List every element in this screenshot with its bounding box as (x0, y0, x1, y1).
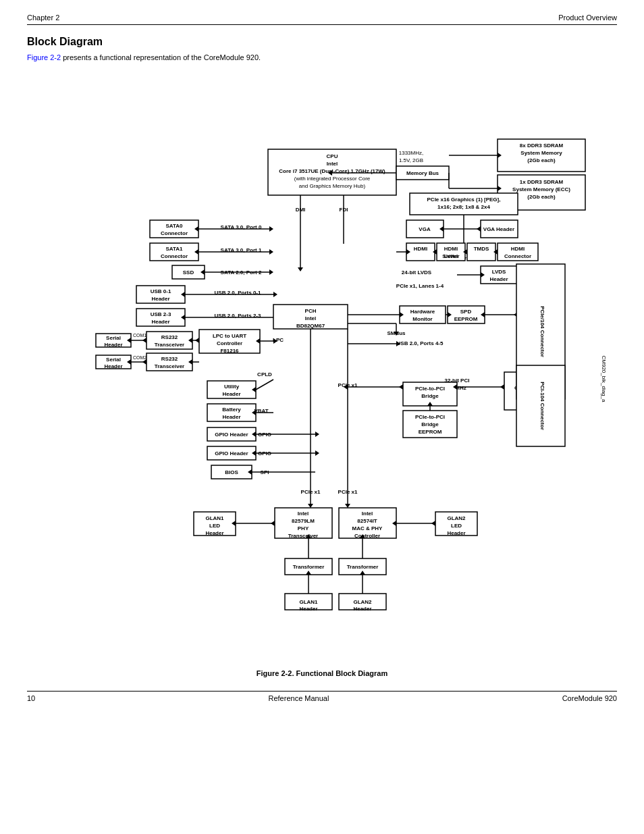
svg-text:Header: Header (299, 606, 317, 612)
svg-text:Header: Header (205, 530, 223, 536)
svg-text:1x DDR3 SDRAM: 1x DDR3 SDRAM (520, 179, 564, 185)
svg-text:SATA0: SATA0 (165, 223, 183, 229)
svg-text:TMDS: TMDS (474, 246, 489, 252)
svg-text:Monitor: Monitor (412, 316, 432, 322)
svg-text:24-bit LVDS: 24-bit LVDS (402, 269, 432, 276)
svg-text:1333MHz,: 1333MHz, (399, 150, 423, 156)
svg-text:USB 0-1: USB 0-1 (151, 288, 171, 294)
svg-text:HDMI: HDMI (511, 246, 525, 252)
svg-text:1.5V, 2GB: 1.5V, 2GB (399, 157, 423, 163)
svg-text:Shifter: Shifter (442, 253, 459, 259)
svg-text:PCH: PCH (305, 308, 317, 314)
svg-text:GPIO Header: GPIO Header (215, 450, 248, 457)
svg-text:Intel: Intel (305, 315, 316, 321)
svg-text:Connector: Connector (161, 253, 188, 259)
svg-text:Header: Header (353, 606, 371, 612)
svg-text:COM2: COM2 (133, 355, 146, 360)
page: Chapter 2 Product Overview Block Diagram… (0, 0, 644, 834)
svg-text:Bridge: Bridge (421, 421, 439, 427)
svg-text:and Graphics Memory Hub): and Graphics Memory Hub) (299, 183, 366, 189)
diagram-wrapper: text { font-family: Arial, sans-serif; f… (32, 75, 612, 662)
svg-text:LPC to UART: LPC to UART (213, 333, 246, 339)
svg-marker-55 (269, 249, 273, 255)
section-title: Block Diagram (27, 36, 617, 48)
svg-text:LED: LED (209, 523, 220, 529)
svg-text:PCIe-to-PCI: PCIe-to-PCI (415, 414, 445, 420)
svg-marker-194 (315, 432, 319, 437)
svg-text:COM1: COM1 (133, 333, 146, 338)
header-left: Chapter 2 (27, 14, 59, 22)
svg-text:EEPROM: EEPROM (419, 429, 442, 435)
svg-text:Header: Header (447, 530, 465, 536)
svg-text:Transceiver: Transceiver (288, 533, 318, 539)
figure-caption: Figure 2-2. Functional Block Diagram (27, 669, 617, 677)
svg-text:Controller: Controller (217, 340, 242, 346)
svg-text:Header: Header (222, 391, 240, 397)
svg-marker-80 (269, 269, 273, 275)
svg-text:CPLD: CPLD (257, 371, 272, 377)
svg-marker-93 (273, 292, 277, 297)
svg-marker-217 (345, 504, 350, 508)
svg-text:VGA: VGA (419, 226, 431, 232)
svg-text:System Memory: System Memory (520, 150, 562, 156)
svg-marker-143 (142, 338, 146, 343)
svg-text:MAC & PHY: MAC & PHY (352, 525, 383, 531)
svg-marker-188 (500, 384, 504, 390)
svg-text:Transformer: Transformer (347, 564, 379, 570)
svg-text:Header: Header (222, 414, 240, 420)
svg-text:System Memory (ECC): System Memory (ECC) (512, 186, 570, 192)
svg-text:Utility: Utility (224, 384, 240, 390)
figure-link[interactable]: Figure 2-2 (27, 53, 61, 61)
svg-text:Header: Header (489, 276, 508, 282)
svg-text:Transceiver: Transceiver (155, 342, 184, 348)
svg-text:USB 2-3: USB 2-3 (151, 311, 171, 317)
svg-text:PCIe/104 Connector: PCIe/104 Connector (539, 306, 545, 357)
svg-text:PCI-104 Connector: PCI-104 Connector (539, 382, 545, 430)
svg-text:RS232: RS232 (161, 356, 178, 362)
svg-text:F81216: F81216 (220, 348, 239, 354)
svg-marker-204 (315, 450, 319, 456)
svg-marker-156 (142, 359, 146, 365)
svg-text:LED: LED (451, 523, 462, 529)
svg-marker-182 (399, 384, 403, 390)
footer-left: 10 (27, 694, 35, 702)
svg-marker-31 (298, 267, 303, 271)
svg-text:RS232: RS232 (161, 334, 178, 340)
svg-text:Controller: Controller (354, 533, 380, 539)
svg-text:(2Gb each): (2Gb each) (527, 157, 556, 163)
footer-right: CoreModule 920 (562, 694, 617, 702)
svg-text:Serial: Serial (106, 357, 121, 363)
svg-text:SPD: SPD (460, 309, 472, 315)
page-footer: 10 Reference Manual CoreModule 920 (27, 691, 617, 702)
svg-text:BD82QM67: BD82QM67 (296, 323, 325, 329)
svg-marker-41 (269, 226, 273, 232)
svg-text:GLAN2: GLAN2 (353, 599, 372, 605)
svg-text:(2Gb each): (2Gb each) (527, 194, 556, 200)
svg-text:GLAN1: GLAN1 (205, 515, 224, 521)
svg-text:82574IT: 82574IT (357, 518, 377, 524)
svg-text:PHY: PHY (298, 525, 309, 531)
svg-line-166 (256, 380, 273, 390)
intro-text: Figure 2-2 presents a functional represe… (27, 53, 617, 61)
svg-text:Header: Header (151, 296, 169, 302)
svg-text:1x16; 2x8; 1x8 & 2x4: 1x16; 2x8; 1x8 & 2x4 (437, 204, 490, 210)
svg-text:GLAN2: GLAN2 (447, 515, 466, 521)
svg-text:Battery: Battery (222, 407, 241, 413)
svg-text:Connector: Connector (161, 230, 188, 236)
svg-text:Header: Header (151, 319, 169, 325)
svg-text:EEPROM: EEPROM (454, 316, 478, 322)
svg-marker-241 (431, 521, 435, 526)
svg-text:Connector: Connector (504, 253, 531, 259)
svg-text:PCIe x16 Graphics (1) [PEG],: PCIe x16 Graphics (1) [PEG], (427, 197, 501, 203)
svg-text:(with integrated Processor Cor: (with integrated Processor Core (294, 176, 371, 182)
svg-text:GPIO Header: GPIO Header (215, 432, 248, 438)
svg-text:CPU: CPU (327, 153, 338, 159)
svg-text:GLAN1: GLAN1 (299, 599, 318, 605)
svg-text:Transformer: Transformer (293, 564, 325, 570)
svg-text:8x DDR3 SDRAM: 8x DDR3 SDRAM (520, 142, 564, 149)
page-header: Chapter 2 Product Overview (27, 14, 617, 25)
svg-text:HDMI: HDMI (444, 246, 458, 252)
svg-text:82579LM: 82579LM (292, 518, 315, 524)
diagram-container: text { font-family: Arial, sans-serif; f… (27, 75, 617, 662)
block-diagram-svg: text { font-family: Arial, sans-serif; f… (32, 75, 612, 662)
